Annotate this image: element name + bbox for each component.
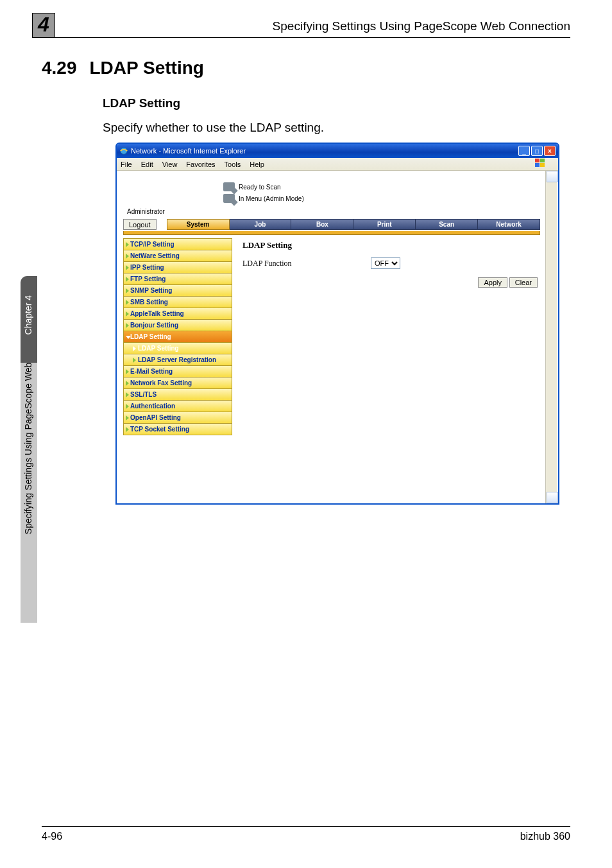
sidebar-item-label: LDAP Setting [138, 345, 179, 352]
main-tab-row: Logout System Job Box Print Scan Network [123, 219, 540, 230]
sidebar-item[interactable]: NetWare Setting [123, 250, 232, 262]
sidebar-item[interactable]: TCP Socket Setting [123, 423, 232, 435]
chevron-right-icon [126, 404, 129, 409]
minimize-button[interactable]: _ [518, 146, 530, 156]
subheading: LDAP Setting [103, 96, 180, 110]
printer-status-icon [223, 182, 235, 191]
chevron-right-icon [133, 358, 136, 363]
sidebar-item[interactable]: LDAP Setting [123, 331, 232, 343]
content-area: Ready to Scan In Menu (Admin Mode) Admin… [117, 171, 558, 503]
tab-scan[interactable]: Scan [416, 219, 478, 230]
sidebar-item[interactable]: Network Fax Setting [123, 377, 232, 389]
sidebar-item[interactable]: FTP Setting [123, 273, 232, 285]
sidebar-item[interactable]: SMB Setting [123, 296, 232, 308]
svg-rect-2 [540, 159, 545, 162]
footer-page-number: 4-96 [42, 831, 62, 842]
chevron-right-icon [126, 277, 129, 282]
tab-box[interactable]: Box [291, 219, 353, 230]
chevron-right-icon [126, 381, 129, 386]
sidebar-item[interactable]: E-Mail Setting [123, 365, 232, 378]
tab-network[interactable]: Network [478, 219, 540, 230]
sidebar-item-label: SMB Setting [130, 299, 168, 306]
tab-system[interactable]: System [167, 219, 230, 230]
running-header: Specifying Settings Using PageScope Web … [273, 19, 570, 33]
sidebar-item-label: IPP Setting [130, 264, 164, 271]
svg-rect-3 [535, 163, 540, 167]
sidebar-item[interactable]: AppleTalk Setting [123, 308, 232, 320]
chevron-right-icon [126, 300, 129, 305]
header-rule [32, 37, 570, 38]
menu-favorites[interactable]: Favorites [186, 161, 215, 168]
body-paragraph: Specify whether to use the LDAP setting. [103, 121, 324, 135]
chevron-right-icon [126, 323, 129, 328]
sidebar-item[interactable]: TCP/IP Setting [123, 238, 232, 250]
svg-rect-1 [535, 159, 540, 162]
sidebar-item-label: OpenAPI Setting [130, 414, 181, 421]
clear-button[interactable]: Clear [509, 277, 538, 288]
menu-edit[interactable]: Edit [141, 161, 153, 168]
detail-pane: LDAP Setting LDAP Function OFF Apply Cle… [232, 239, 540, 435]
printer-status-block: Ready to Scan In Menu (Admin Mode) [223, 181, 543, 204]
status-line-1: Ready to Scan [239, 184, 281, 191]
sidebar-item[interactable]: SSL/TLS [123, 388, 232, 401]
tab-underline [123, 231, 540, 235]
window-buttons: _ □ × [518, 146, 556, 156]
sidebar-item[interactable]: OpenAPI Setting [123, 412, 232, 424]
sidebar-item-label: SSL/TLS [130, 391, 157, 398]
detail-heading: LDAP Setting [242, 240, 540, 250]
ie-window: Network - Microsoft Internet Explorer _ … [115, 143, 559, 505]
administrator-label: Administrator [127, 208, 543, 215]
chevron-right-icon [126, 254, 129, 259]
svg-rect-4 [540, 163, 545, 167]
menubar: File Edit View Favorites Tools Help [117, 158, 558, 171]
logout-button[interactable]: Logout [123, 219, 157, 230]
sidebar-item-label: LDAP Server Registration [138, 356, 216, 363]
chevron-right-icon [126, 415, 129, 421]
sidebar-item-label: SNMP Setting [130, 287, 172, 294]
side-tab-dark-label: Chapter 4 [23, 295, 33, 334]
menu-help[interactable]: Help [250, 161, 264, 168]
tab-job[interactable]: Job [230, 219, 292, 230]
sidebar-item-label: Bonjour Setting [130, 322, 178, 329]
page-footer: 4-96 bizhub 360 [42, 826, 570, 842]
sidebar-item-label: LDAP Setting [130, 333, 171, 340]
svg-point-0 [121, 148, 128, 155]
menu-view[interactable]: View [162, 161, 178, 168]
section-heading: 4.29LDAP Setting [42, 58, 204, 78]
close-button[interactable]: × [544, 146, 556, 156]
chevron-right-icon [126, 311, 129, 317]
chevron-right-icon [126, 427, 129, 432]
side-tab-container: Specifying Settings Using PageScope Web … [21, 276, 54, 854]
chevron-right-icon [126, 288, 129, 293]
settings-sidebar: TCP/IP SettingNetWare SettingIPP Setting… [123, 239, 232, 435]
menu-tools[interactable]: Tools [225, 161, 241, 168]
window-titlebar: Network - Microsoft Internet Explorer _ … [117, 144, 558, 158]
sidebar-item-label: E-Mail Setting [130, 368, 173, 375]
status-line-2: In Menu (Admin Mode) [239, 195, 304, 202]
sidebar-item[interactable]: SNMP Setting [123, 284, 232, 297]
sidebar-item[interactable]: LDAP Setting [123, 342, 232, 354]
chevron-right-icon [126, 392, 129, 397]
chevron-right-icon [126, 265, 129, 270]
sidebar-item-label: Authentication [130, 403, 175, 410]
sidebar-item-label: Network Fax Setting [130, 379, 192, 386]
sidebar-item-label: AppleTalk Setting [130, 310, 184, 317]
sidebar-item[interactable]: IPP Setting [123, 261, 232, 273]
printer-status-icon [223, 194, 235, 203]
tab-print[interactable]: Print [353, 219, 416, 230]
menu-file[interactable]: File [121, 161, 132, 168]
chevron-down-icon [126, 336, 131, 339]
section-number: 4.29 [42, 58, 77, 78]
sidebar-item[interactable]: LDAP Server Registration [123, 354, 232, 366]
vertical-scrollbar[interactable] [545, 171, 557, 503]
side-tab-dark: Chapter 4 [21, 276, 37, 363]
sidebar-item[interactable]: Authentication [123, 400, 232, 412]
maximize-button[interactable]: □ [531, 146, 543, 156]
windows-flag-icon [535, 159, 549, 169]
ldap-function-select[interactable]: OFF [371, 257, 400, 269]
ie-logo-icon [119, 146, 128, 155]
footer-product-name: bizhub 360 [520, 831, 570, 842]
apply-button[interactable]: Apply [478, 277, 507, 288]
sidebar-item[interactable]: Bonjour Setting [123, 319, 232, 331]
chevron-right-icon [133, 346, 136, 351]
